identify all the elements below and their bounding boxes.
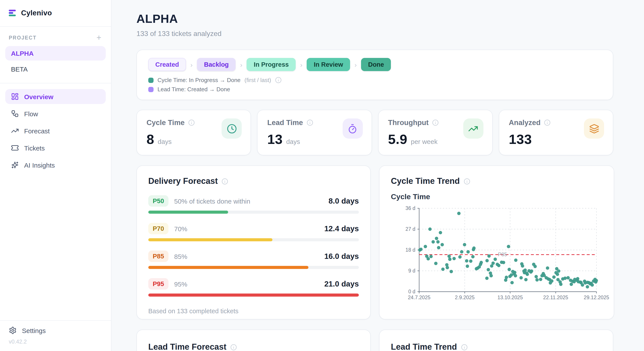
svg-text:29.12.2025: 29.12.2025 [584, 294, 609, 300]
project-section-label: PROJECT [9, 35, 37, 40]
forecast-value: 16.0 days [324, 252, 359, 261]
svg-text:36 d: 36 d [406, 205, 416, 211]
progress-fill [148, 266, 308, 269]
info-icon[interactable] [544, 119, 550, 126]
throughput-card: Throughput 5.9 per week [378, 110, 493, 155]
svg-text:27 d: 27 d [406, 226, 416, 232]
progress-fill [148, 210, 228, 214]
cycle-time-scatter-chart: 0 d9 d18 d27 d36 d24.7.20252.9.202513.10… [391, 205, 602, 301]
metric-unit: per week [411, 138, 438, 145]
svg-text:P85: P85 [498, 252, 507, 257]
chevron-right-icon: › [240, 61, 243, 68]
forecast-desc: 70% [174, 225, 187, 232]
metric-value: 133 [509, 132, 532, 148]
sidebar-item-overview[interactable]: Overview [5, 89, 106, 104]
ticket-icon [11, 144, 19, 152]
stage-badge-created[interactable]: Created [148, 58, 186, 71]
add-project-button[interactable]: + [96, 33, 102, 42]
forecast-row-p95: P95 95% 21.0 days [148, 278, 359, 296]
sidebar-item-settings[interactable]: Settings [0, 321, 111, 337]
stage-badge-in-progress[interactable]: In Progress [247, 58, 296, 71]
metric-value: 5.9 [388, 132, 407, 148]
app-version: v0.42.2 [0, 337, 111, 351]
nav-label: Flow [24, 110, 38, 117]
progress-track [148, 210, 359, 214]
sidebar-item-ai-insights[interactable]: AI Insights [5, 158, 106, 172]
sidebar: Cylenivo PROJECT + ALPHA BETA Overview F… [0, 0, 112, 351]
stage-badge-backlog[interactable]: Backlog [197, 58, 236, 71]
p85-badge: P85 [148, 250, 168, 262]
sidebar-item-tickets[interactable]: Tickets [5, 140, 106, 155]
info-icon[interactable] [461, 344, 468, 350]
sidebar-item-forecast[interactable]: Forecast [5, 123, 106, 138]
progress-track [148, 294, 359, 296]
forecast-desc: 95% [174, 280, 187, 288]
sidebar-project-beta[interactable]: BETA [5, 62, 106, 76]
legend-text: Cycle Time: In Progress → Done [158, 77, 240, 83]
info-icon[interactable] [275, 77, 282, 83]
panel-title: Cycle Time Trend [391, 176, 460, 186]
nav-label: Overview [24, 93, 53, 100]
cycle-time-legend: Cycle Time: In Progress → Done (first / … [148, 77, 602, 83]
info-icon[interactable] [188, 119, 195, 126]
cycle-time-dot [148, 78, 154, 83]
lead-time-trend-panel: Lead Time Trend [379, 330, 613, 351]
analyzed-card: Analyzed 133 [499, 110, 614, 155]
legend-text: Lead Time: Created → Done [158, 86, 230, 92]
lead-time-card: Lead Time 13 days [257, 110, 372, 155]
app-name: Cylenivo [21, 9, 52, 17]
info-icon[interactable] [222, 178, 228, 184]
sidebar-item-flow[interactable]: Flow [5, 106, 106, 121]
metric-unit: days [286, 138, 300, 145]
forecast-value: 8.0 days [328, 196, 359, 206]
layers-icon [584, 118, 604, 139]
brand-logo-icon [9, 9, 16, 17]
stage-badge-in-review[interactable]: In Review [307, 58, 350, 71]
chevron-right-icon: › [354, 61, 357, 68]
svg-text:18 d: 18 d [406, 247, 416, 253]
forecast-row-p85: P85 85% 16.0 days [148, 250, 359, 269]
chevron-right-icon: › [190, 61, 193, 68]
lead-time-dot [148, 87, 154, 92]
svg-text:22.11.2025: 22.11.2025 [543, 294, 568, 300]
main-content: ALPHA 133 of 133 tickets analyzed Create… [112, 0, 644, 351]
metrics-row: Cycle Time 8 days Lead Time 13 [136, 110, 613, 155]
pipeline-card: Created › Backlog › In Progress › In Rev… [136, 50, 613, 100]
chevron-right-icon: › [300, 61, 303, 68]
gear-icon [9, 326, 17, 334]
metric-label: Throughput [388, 118, 428, 127]
lead-time-legend: Lead Time: Created → Done [148, 86, 602, 92]
forecast-footnote: Based on 133 completed tickets [148, 308, 359, 314]
info-icon[interactable] [306, 119, 313, 126]
p70-badge: P70 [148, 223, 168, 234]
clock-icon [222, 118, 242, 139]
forecast-row-p70: P70 70% 12.4 days [148, 223, 359, 241]
p95-badge: P95 [148, 278, 168, 290]
svg-text:2.9.2025: 2.9.2025 [455, 294, 475, 300]
metric-label: Analyzed [509, 118, 541, 127]
dashboard-icon [11, 92, 19, 100]
stage-badge-done[interactable]: Done [361, 58, 391, 71]
timer-icon [342, 118, 362, 139]
info-icon[interactable] [432, 119, 439, 126]
svg-text:9 d: 9 d [408, 268, 415, 274]
nav-label: Forecast [24, 127, 50, 134]
progress-track [148, 238, 359, 241]
chart-title: Cycle Time [391, 192, 602, 202]
metric-label: Lead Time [268, 118, 303, 127]
info-icon[interactable] [464, 178, 470, 184]
progress-fill [148, 294, 359, 296]
info-icon[interactable] [230, 344, 237, 350]
cycle-time-card: Cycle Time 8 days [136, 110, 251, 155]
panel-title: Lead Time Forecast [148, 342, 226, 351]
app-logo: Cylenivo [0, 0, 111, 26]
legend-note: (first / last) [244, 77, 271, 83]
sidebar-project-alpha[interactable]: ALPHA [5, 46, 106, 60]
svg-text:13.10.2025: 13.10.2025 [498, 294, 523, 300]
metric-value: 8 [146, 132, 154, 148]
p50-badge: P50 [148, 195, 168, 207]
workflow-icon [11, 110, 19, 118]
cycle-time-trend-panel: Cycle Time Trend Cycle Time 0 d9 d18 d27… [379, 166, 614, 320]
panel-title: Delivery Forecast [148, 176, 218, 186]
trending-up-icon [463, 118, 484, 139]
